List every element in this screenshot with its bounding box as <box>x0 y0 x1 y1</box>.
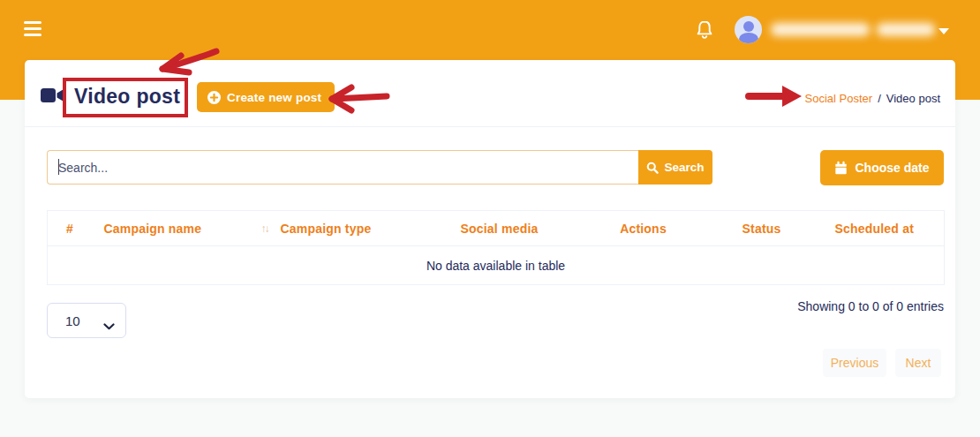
video-camera-icon <box>40 86 66 109</box>
empty-table-row: No data available in table <box>48 246 945 285</box>
column-header-campaign-type[interactable]: Campaign type <box>281 211 431 246</box>
empty-table-message: No data available in table <box>48 246 945 285</box>
hamburger-menu-icon[interactable] <box>24 21 41 36</box>
column-header-actions[interactable]: Actions <box>569 211 719 246</box>
text-cursor <box>58 159 59 175</box>
choose-date-label: Choose date <box>855 161 929 175</box>
search-button-label: Search <box>664 161 704 174</box>
breadcrumb-link-social-poster[interactable]: Social Poster <box>805 92 873 105</box>
breadcrumb-separator: / <box>878 92 881 105</box>
column-header-campaign-name[interactable]: Campaign name ↑↓ <box>104 211 281 246</box>
sort-icon[interactable]: ↑↓ <box>261 222 268 235</box>
create-new-post-button[interactable]: Create new post <box>197 82 335 112</box>
next-button[interactable]: Next <box>895 349 941 377</box>
plus-circle-icon <box>207 91 221 104</box>
campaigns-table: # Campaign name ↑↓ Campaign type Social … <box>47 210 944 285</box>
breadcrumb: Social Poster / Video post <box>805 92 940 105</box>
page-size-select-wrap: 10 <box>47 303 126 338</box>
user-avatar[interactable] <box>735 16 762 43</box>
column-header-status[interactable]: Status <box>719 211 805 246</box>
video-post-card: Video post Create new post Social Poster… <box>25 60 955 398</box>
search-group: Search <box>47 150 712 185</box>
search-button[interactable]: Search <box>638 150 712 185</box>
user-name-blurred[interactable] <box>771 23 937 36</box>
column-header-social-media[interactable]: Social media <box>431 211 569 246</box>
column-header-scheduled-at[interactable]: Scheduled at <box>805 211 945 246</box>
create-new-post-label: Create new post <box>227 91 321 104</box>
search-icon <box>646 162 659 174</box>
chevron-down-icon <box>939 28 949 34</box>
column-header-index[interactable]: # <box>48 211 104 246</box>
choose-date-button[interactable]: Choose date <box>820 150 944 185</box>
showing-entries-text: Showing 0 to 0 of 0 entries <box>797 299 944 313</box>
breadcrumb-current: Video post <box>886 92 940 105</box>
page-title: Video post <box>74 83 180 109</box>
search-input[interactable] <box>47 150 638 185</box>
table-header-row: # Campaign name ↑↓ Campaign type Social … <box>48 211 945 246</box>
calendar-icon <box>834 161 848 175</box>
page-size-select[interactable]: 10 <box>47 303 126 338</box>
notification-bell-icon[interactable] <box>694 19 715 42</box>
previous-button[interactable]: Previous <box>823 349 886 377</box>
card-header-divider <box>25 126 955 127</box>
